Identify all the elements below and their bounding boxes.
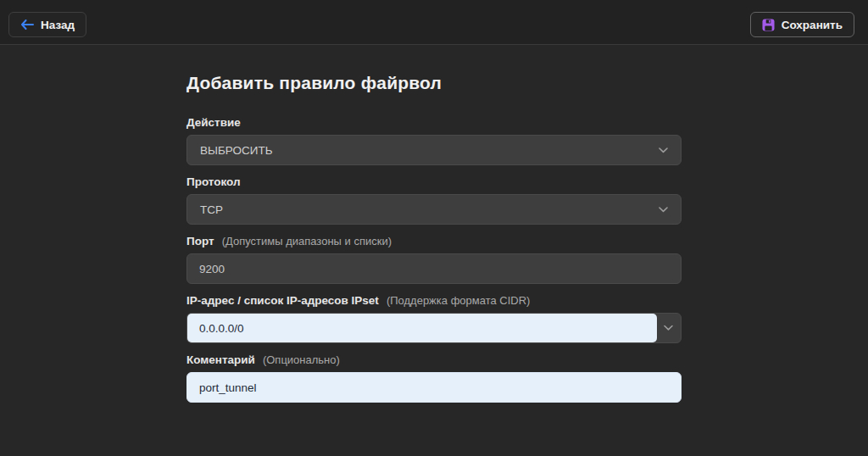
protocol-select-value: TCP bbox=[200, 203, 223, 216]
topbar: Назад Сохранить bbox=[0, 0, 868, 45]
ip-hint: (Поддержка формата CIDR) bbox=[387, 294, 531, 307]
ip-combobox[interactable] bbox=[186, 313, 682, 343]
chevron-down-icon bbox=[664, 325, 673, 331]
save-button[interactable]: Сохранить bbox=[750, 12, 854, 37]
chevron-down-icon bbox=[659, 147, 668, 153]
back-arrow-icon bbox=[20, 19, 34, 30]
field-comment: Коментарий (Опционально) bbox=[186, 353, 682, 403]
port-input[interactable] bbox=[186, 253, 682, 284]
port-hint: (Допустимы диапазоны и списки) bbox=[222, 235, 392, 247]
ip-input[interactable] bbox=[187, 314, 657, 342]
field-ip: IP-адрес / список IP-адресов IPset (Подд… bbox=[186, 294, 682, 343]
protocol-select[interactable]: TCP bbox=[186, 194, 682, 225]
field-action: Действие ВЫБРОСИТЬ bbox=[186, 116, 682, 165]
page-title: Добавить правило файрвол bbox=[186, 73, 682, 93]
field-port: Порт (Допустимы диапазоны и списки) bbox=[186, 235, 682, 284]
back-button[interactable]: Назад bbox=[8, 12, 86, 37]
protocol-label: Протокол bbox=[186, 175, 241, 188]
action-label: Действие bbox=[186, 116, 241, 129]
firewall-rule-form: Добавить правило файрвол Действие ВЫБРОС… bbox=[186, 73, 682, 403]
save-button-label: Сохранить bbox=[782, 19, 843, 31]
action-select-value: ВЫБРОСИТЬ bbox=[200, 144, 273, 157]
action-select[interactable]: ВЫБРОСИТЬ bbox=[186, 135, 682, 165]
comment-label: Коментарий bbox=[186, 353, 255, 366]
chevron-down-icon bbox=[659, 207, 668, 213]
ip-label: IP-адрес / список IP-адресов IPset bbox=[186, 294, 379, 307]
save-icon bbox=[762, 19, 775, 31]
main-content: Добавить правило файрвол Действие ВЫБРОС… bbox=[0, 45, 868, 403]
port-label: Порт bbox=[186, 235, 214, 247]
back-button-label: Назад bbox=[41, 19, 75, 31]
field-protocol: Протокол TCP bbox=[186, 175, 682, 225]
comment-input[interactable] bbox=[186, 372, 682, 403]
comment-hint: (Опционально) bbox=[263, 353, 340, 366]
